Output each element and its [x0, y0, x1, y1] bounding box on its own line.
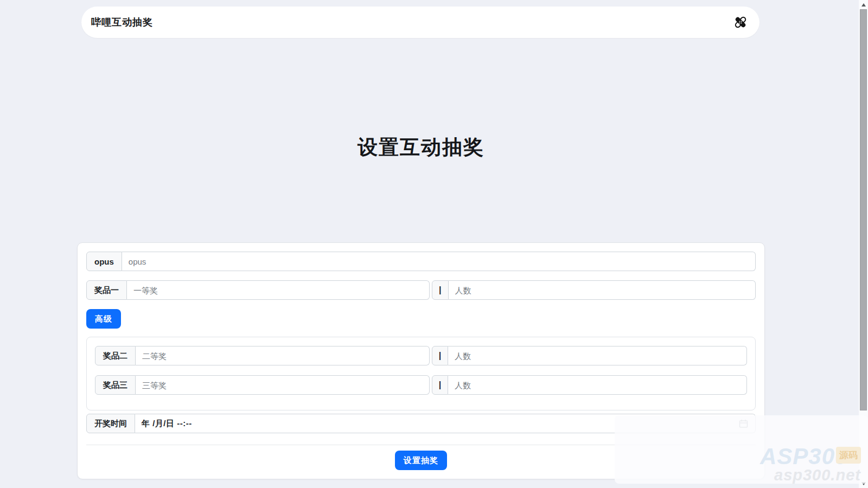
triangle-up-icon [861, 3, 866, 7]
prize1-label: 奖品一 [86, 280, 127, 300]
prize3-separator: | [432, 375, 448, 395]
opus-input-group: opus [86, 252, 756, 271]
prize1-count-input[interactable] [449, 280, 756, 300]
watermark-overlay: ASP300 源码 asp300.net [615, 415, 868, 484]
prize2-count-group: | [432, 346, 747, 365]
opus-label: opus [86, 252, 122, 271]
submit-button[interactable]: 设置抽奖 [395, 451, 447, 470]
prize2-count-input[interactable] [448, 346, 747, 365]
opus-input[interactable] [122, 252, 756, 271]
prize2-name-input[interactable] [136, 346, 430, 365]
prize3-name-input[interactable] [136, 375, 430, 395]
prize3-row: 奖品三 | [95, 375, 747, 395]
prize3-count-input[interactable] [448, 375, 747, 395]
crossed-bandages-icon-svg [733, 15, 748, 29]
prize3-count-group: | [432, 375, 747, 395]
header-bar: 哔哩互动抽奖 [81, 7, 760, 38]
prize1-separator: | [432, 280, 448, 300]
prize1-name-group: 奖品一 [86, 280, 430, 300]
watermark-badge: 源码 [836, 447, 861, 464]
advanced-button[interactable]: 高级 [86, 309, 121, 329]
prize2-separator: | [432, 346, 448, 365]
prize2-row: 奖品二 | [95, 346, 747, 365]
page-title: 设置互动抽奖 [77, 134, 765, 161]
prize3-label: 奖品三 [95, 375, 136, 395]
scrollbar[interactable] [859, 0, 868, 488]
prize3-name-group: 奖品三 [95, 375, 430, 395]
prize2-name-group: 奖品二 [95, 346, 430, 365]
advanced-prizes-card: 奖品二 | 奖品三 | [86, 337, 756, 410]
watermark-brand: ASP300 [760, 444, 848, 470]
watermark-site: asp300.net [774, 466, 861, 484]
draw-time-value: 年 /月/日 --:-- [142, 419, 192, 429]
prize2-label: 奖品二 [95, 346, 136, 365]
prize1-count-group: | [432, 280, 756, 300]
scroll-up-arrow[interactable] [859, 0, 868, 9]
app-title: 哔哩互动抽奖 [91, 16, 153, 29]
prize1-row: 奖品一 | [86, 280, 756, 300]
scrollbar-thumb[interactable] [860, 9, 867, 410]
draw-time-label: 开奖时间 [86, 414, 135, 433]
crossed-bandages-icon[interactable] [733, 15, 748, 29]
prize1-name-input[interactable] [127, 280, 430, 300]
